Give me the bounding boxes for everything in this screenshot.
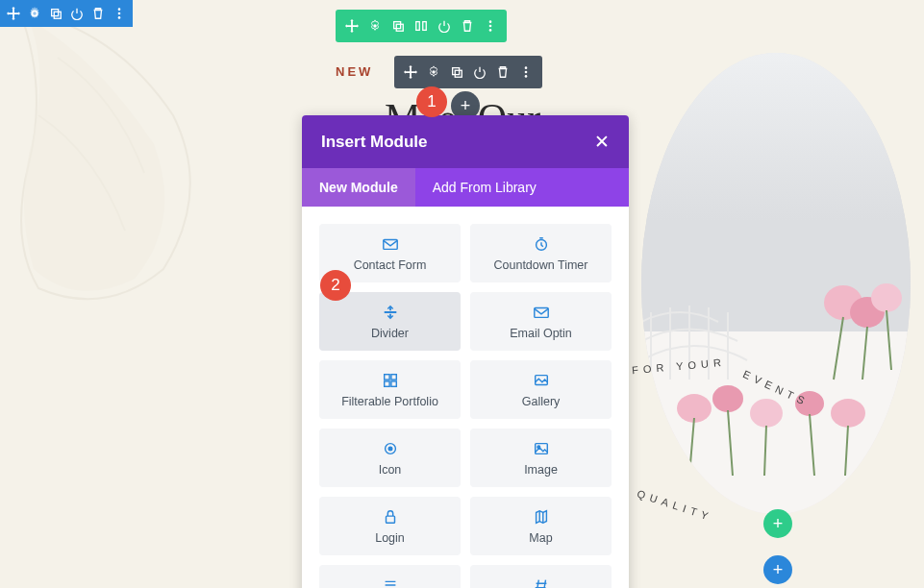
row-toolbar-green — [336, 10, 507, 42]
module-label: Filterable Portfolio — [325, 395, 455, 408]
svg-rect-0 — [52, 10, 59, 16]
module-image[interactable]: Image — [470, 429, 612, 487]
trash-icon[interactable] — [491, 61, 514, 84]
move-icon[interactable] — [340, 14, 363, 37]
svg-point-28 — [831, 399, 865, 428]
svg-rect-41 — [386, 516, 394, 523]
annotation-marker-1: 1 — [416, 86, 447, 117]
module-label: Contact Form — [325, 258, 455, 272]
svg-point-23 — [871, 283, 902, 312]
circle-icon — [325, 439, 455, 458]
svg-rect-35 — [390, 381, 395, 386]
curved-text-quality: QUALITY — [636, 488, 714, 524]
power-icon[interactable] — [433, 14, 456, 37]
trash-icon[interactable] — [456, 14, 479, 37]
lock-icon — [325, 507, 455, 527]
module-label: Image — [476, 463, 606, 477]
gear-icon[interactable] — [363, 14, 387, 37]
svg-rect-1 — [54, 12, 61, 18]
module-login[interactable]: Login — [319, 497, 461, 555]
svg-rect-32 — [384, 375, 388, 380]
gear-icon[interactable] — [422, 61, 445, 84]
gallery-icon — [476, 371, 606, 390]
power-icon[interactable] — [66, 3, 87, 24]
image-icon — [476, 439, 606, 458]
svg-point-38 — [388, 447, 392, 451]
columns-icon[interactable] — [410, 14, 433, 37]
svg-rect-34 — [384, 381, 388, 386]
module-menu[interactable]: Menu — [319, 565, 461, 588]
duplicate-icon[interactable] — [387, 14, 410, 37]
module-divider[interactable]: Divider — [319, 292, 461, 351]
svg-point-5 — [373, 24, 377, 28]
svg-rect-33 — [390, 375, 395, 380]
new-label: NEW — [336, 64, 373, 79]
section-toolbar-blue — [0, 0, 133, 27]
svg-point-3 — [118, 12, 121, 15]
modal-title: Insert Module — [321, 133, 428, 152]
module-gallery[interactable]: Gallery — [470, 360, 612, 419]
module-icon[interactable]: Icon — [319, 429, 461, 487]
mail-icon — [325, 234, 455, 254]
svg-point-17 — [525, 71, 528, 74]
module-label: Countdown Timer — [476, 258, 606, 272]
close-icon[interactable]: ✕ — [594, 131, 610, 153]
svg-rect-8 — [416, 22, 420, 31]
duplicate-icon[interactable] — [45, 3, 66, 24]
module-label: Map — [476, 531, 606, 545]
module-countdown-timer[interactable]: Countdown Timer — [470, 224, 612, 282]
module-label: Icon — [325, 463, 455, 477]
modal-header: Insert Module ✕ — [302, 115, 629, 168]
svg-point-2 — [118, 8, 121, 11]
more-icon[interactable] — [514, 61, 537, 84]
modal-body: Contact FormCountdown TimerDividerEmail … — [302, 207, 629, 588]
mail-icon — [476, 303, 606, 322]
svg-point-25 — [712, 385, 743, 412]
svg-point-18 — [525, 75, 528, 78]
gear-icon[interactable] — [24, 3, 45, 24]
divider-icon — [325, 303, 455, 322]
svg-rect-7 — [396, 24, 403, 31]
tab-add-from-library[interactable]: Add From Library — [415, 168, 554, 207]
svg-point-11 — [489, 25, 492, 28]
tab-new-module[interactable]: New Module — [302, 168, 415, 207]
annotation-marker-2: 2 — [320, 270, 351, 301]
module-email-optin[interactable]: Email Optin — [470, 292, 612, 351]
svg-rect-19 — [641, 53, 911, 331]
power-icon[interactable] — [468, 61, 491, 84]
add-row-button[interactable]: + — [763, 509, 792, 538]
module-label: Gallery — [476, 395, 606, 408]
menu-icon — [325, 576, 455, 588]
add-section-button[interactable]: + — [763, 555, 792, 584]
svg-rect-6 — [394, 22, 401, 29]
more-icon[interactable] — [109, 3, 130, 24]
svg-point-4 — [118, 16, 121, 19]
svg-point-13 — [432, 70, 436, 74]
svg-point-12 — [489, 29, 492, 32]
trash-icon[interactable] — [87, 3, 109, 24]
move-icon[interactable] — [3, 3, 24, 24]
module-filterable-portfolio[interactable]: Filterable Portfolio — [319, 360, 461, 419]
insert-module-modal: Insert Module ✕ New Module Add From Libr… — [302, 115, 629, 588]
module-label: Email Optin — [476, 327, 606, 340]
svg-point-10 — [489, 20, 492, 23]
svg-rect-29 — [383, 240, 396, 250]
hero-image-oval — [641, 53, 911, 514]
module-number-counter[interactable]: Number Counter — [470, 565, 612, 588]
duplicate-icon[interactable] — [445, 61, 468, 84]
module-label: Login — [325, 531, 455, 545]
more-icon[interactable] — [479, 14, 502, 37]
module-map[interactable]: Map — [470, 497, 612, 555]
move-icon[interactable] — [399, 61, 422, 84]
svg-rect-14 — [453, 68, 460, 75]
timer-icon — [476, 234, 606, 254]
modal-tabs: New Module Add From Library — [302, 168, 629, 207]
svg-point-26 — [750, 399, 783, 428]
background-leaf-decoration — [0, 0, 269, 327]
module-label: Divider — [325, 327, 455, 340]
hash-icon — [476, 576, 606, 588]
grid-icon — [325, 371, 455, 390]
map-icon — [476, 507, 606, 527]
svg-point-16 — [525, 66, 528, 69]
svg-rect-15 — [455, 70, 462, 77]
